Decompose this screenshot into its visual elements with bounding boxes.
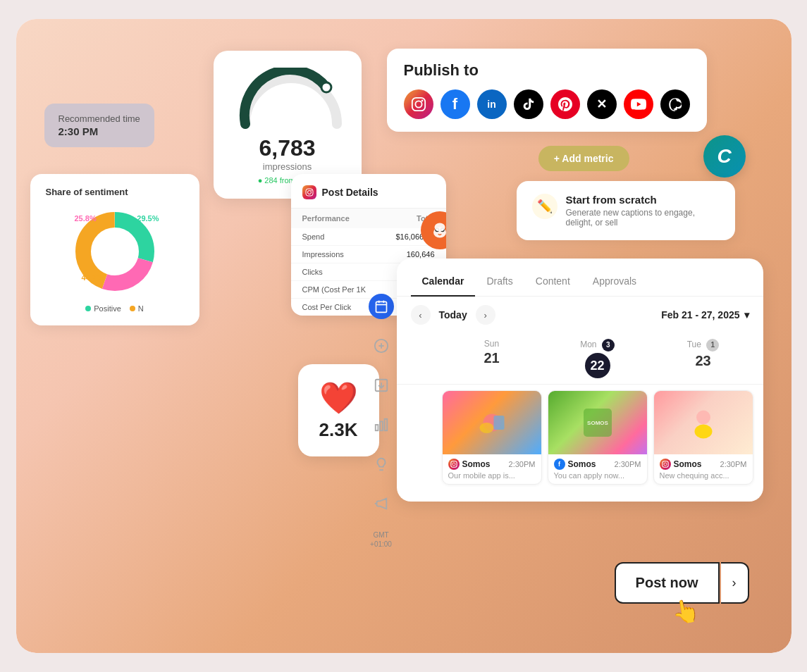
post-now-chevron-button[interactable]: ›: [721, 562, 749, 604]
svg-rect-28: [384, 419, 387, 431]
post-name-sun: Somos: [462, 459, 491, 469]
threads-icon[interactable]: [660, 89, 690, 119]
post-col-mon: SOMOS f Somos 2:30PM: [545, 385, 651, 490]
sidebar-megaphone-icon[interactable]: [369, 491, 394, 516]
chevron-down-icon: ›: [732, 575, 737, 590]
svg-point-13: [434, 223, 445, 232]
sidebar-download-icon[interactable]: [369, 373, 394, 398]
day-num-tue: 23: [656, 353, 751, 369]
gmt-col: [404, 385, 439, 490]
day-num-mon: 22: [585, 353, 610, 378]
tab-drafts[interactable]: Drafts: [475, 270, 524, 297]
impressions-label: impressions: [235, 161, 340, 172]
scratch-subtitle: Generate new captions to engage, delight…: [566, 208, 720, 228]
day-header-mon: Mon 3 22: [545, 333, 651, 384]
post-now-button[interactable]: Post now: [615, 562, 720, 604]
sentiment-title: Share of sentiment: [46, 187, 184, 197]
svg-text:SOMOS: SOMOS: [587, 420, 608, 426]
calendar-content: Somos 2:30PM Our mobile app is... SOMOS: [397, 385, 763, 502]
post-name-tue: Somos: [674, 459, 702, 469]
post-image-tue: [654, 391, 753, 454]
sentiment-positive-pct: 29.5%: [137, 214, 159, 223]
post-col-sun: Somos 2:30PM Our mobile app is...: [439, 385, 545, 490]
scratch-title: Start from scratch: [566, 194, 720, 206]
sidebar: GMT+01:00: [369, 294, 394, 549]
sidebar-calendar-icon[interactable]: [369, 294, 394, 319]
likes-card: ❤️ 2.3K: [298, 364, 379, 456]
calendar-nav: ‹ Today › Feb 21 - 27, 2025 ▾: [397, 297, 763, 333]
svg-point-6: [307, 191, 311, 194]
calendar-grid-header: Sun 21 Mon 3 22 Tue 1 23: [397, 333, 763, 385]
positive-dot: [85, 306, 91, 311]
post-card-sun[interactable]: Somos 2:30PM Our mobile app is...: [442, 390, 542, 485]
post-col-tue: Somos 2:30PM New chequing acc...: [651, 385, 756, 490]
date-range[interactable]: Feb 21 - 27, 2025 ▾: [661, 309, 749, 321]
post-details-header: Post Details: [291, 185, 446, 209]
day-name-sun: Sun: [445, 339, 539, 349]
instagram-icon[interactable]: [404, 89, 433, 119]
start-from-scratch-card[interactable]: ✏️ Start from scratch Generate new capti…: [517, 181, 735, 240]
neutral-dot: [130, 306, 135, 311]
sidebar-lightbulb-icon[interactable]: [369, 452, 394, 477]
post-now-area: Post now ›: [615, 562, 749, 604]
facebook-icon[interactable]: f: [441, 89, 470, 119]
calendar-tabs: Calendar Drafts Content Approvals: [397, 259, 763, 297]
impressions-row-label: Impressions: [302, 250, 344, 259]
tiktok-icon[interactable]: [514, 89, 543, 119]
platform-ig-sun: [448, 459, 460, 470]
calendar-section: Calendar Drafts Content Approvals ‹ Toda…: [397, 259, 763, 502]
cpc-label: Cost Per Click: [302, 303, 352, 311]
linkedin-icon[interactable]: in: [477, 89, 507, 119]
tab-calendar[interactable]: Calendar: [411, 270, 476, 297]
svg-point-3: [92, 228, 138, 275]
day-header-sun: Sun 21: [439, 333, 545, 384]
post-row-mon: f Somos 2:30PM: [554, 459, 641, 470]
publish-title: Publish to: [404, 61, 690, 80]
today-button[interactable]: Today: [439, 309, 467, 321]
post-details-ig-icon: [302, 185, 316, 199]
post-info-mon: f Somos 2:30PM You can apply now...: [548, 454, 647, 484]
tue-badge: 1: [706, 339, 719, 351]
platform-ig-tue: [660, 459, 671, 470]
svg-point-15: [415, 101, 421, 107]
add-metric-label: + Add metric: [554, 153, 614, 164]
post-time-sun: 2:30PM: [509, 460, 536, 468]
svg-point-16: [421, 100, 423, 102]
social-platforms-row: f in ✕: [404, 89, 690, 119]
post-info-tue: Somos 2:30PM New chequing acc...: [654, 454, 753, 484]
gauge-chart: [235, 68, 347, 131]
sidebar-add-icon[interactable]: [369, 333, 394, 359]
sentiment-neutral-pct: 44.7%: [82, 273, 104, 282]
recommended-time-label: Recommended time: [58, 113, 140, 124]
post-card-tue[interactable]: Somos 2:30PM New chequing acc...: [653, 390, 753, 485]
legend-neutral: N: [130, 304, 144, 313]
sidebar-analytics-icon[interactable]: [369, 412, 394, 437]
clicks-label: Clicks: [302, 268, 323, 276]
sentiment-negative-pct: 25.8%: [75, 214, 97, 223]
day-header-tue: Tue 1 23: [651, 333, 756, 384]
svg-rect-26: [375, 425, 378, 430]
tab-content[interactable]: Content: [524, 270, 581, 297]
gmt-col-header: [404, 333, 439, 384]
next-arrow[interactable]: ›: [476, 305, 495, 325]
crello-logo: C: [703, 135, 746, 178]
youtube-icon[interactable]: [624, 89, 653, 119]
x-twitter-icon[interactable]: ✕: [587, 89, 617, 119]
svg-rect-32: [450, 461, 456, 467]
sentiment-card: Share of sentiment 29.5% 25.8% 44.7% Pos…: [30, 174, 199, 325]
day-num-sun: 21: [445, 350, 539, 366]
pinterest-icon[interactable]: [550, 89, 580, 119]
main-container: Recommended time 2:30 PM Share of sentim…: [16, 19, 791, 653]
svg-point-36: [696, 411, 710, 425]
tab-approvals[interactable]: Approvals: [581, 270, 648, 297]
post-info-sun: Somos 2:30PM Our mobile app is...: [443, 454, 541, 484]
mon-badge: 3: [602, 339, 615, 351]
legend-neutral-label: N: [138, 304, 144, 313]
svg-rect-5: [306, 189, 313, 196]
svg-rect-17: [376, 301, 386, 312]
prev-arrow[interactable]: ‹: [411, 305, 431, 325]
post-card-mon[interactable]: SOMOS f Somos 2:30PM: [548, 390, 648, 485]
impressions-number: 6,783: [235, 135, 340, 161]
svg-rect-14: [412, 98, 424, 111]
add-metric-button[interactable]: + Add metric: [538, 146, 629, 171]
